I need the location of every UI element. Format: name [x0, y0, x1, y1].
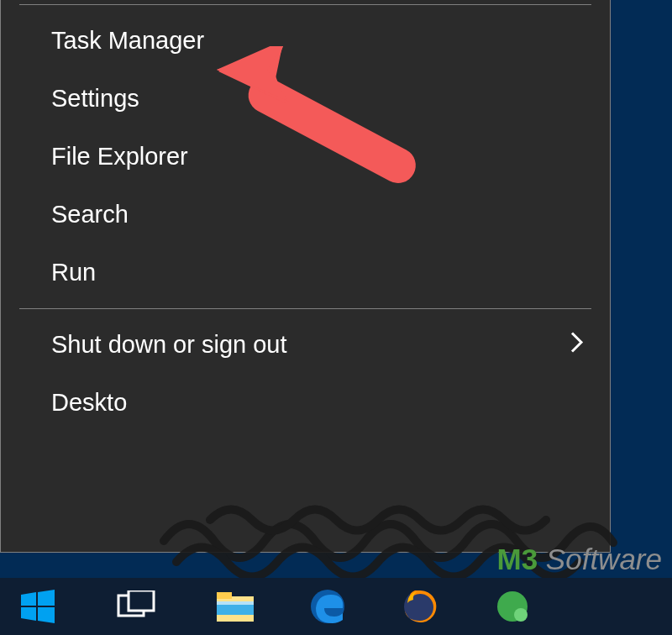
file-explorer-icon [216, 590, 255, 623]
menu-item-label: Run [51, 259, 96, 286]
svg-rect-9 [129, 590, 154, 611]
task-view-button[interactable] [102, 578, 170, 635]
menu-item-task-manager[interactable]: Task Manager [1, 12, 610, 70]
svg-marker-5 [38, 590, 55, 606]
start-button[interactable] [0, 578, 76, 635]
watermark-brand-software: Software [538, 543, 662, 575]
firefox-icon [402, 588, 438, 625]
menu-item-file-explorer[interactable]: File Explorer [1, 128, 610, 186]
watermark-brand-m: M [497, 543, 522, 575]
menu-item-settings[interactable]: Settings [1, 70, 610, 128]
menu-item-label: Search [51, 201, 129, 228]
menu-item-shutdown-signout[interactable]: Shut down or sign out [1, 316, 610, 374]
menu-item-search[interactable]: Search [1, 186, 610, 244]
chevron-right-icon [570, 330, 585, 359]
menu-item-label: File Explorer [51, 143, 188, 170]
taskbar [0, 578, 672, 635]
winx-context-menu: Task Manager Settings File Explorer Sear… [0, 0, 611, 553]
menu-item-desktop[interactable]: Deskto [1, 374, 610, 432]
edge-icon [309, 588, 346, 625]
menu-separator [19, 308, 591, 309]
menu-item-label: Shut down or sign out [51, 331, 287, 358]
watermark-brand-3: 3 [522, 543, 538, 575]
svg-rect-12 [217, 605, 254, 615]
taskbar-file-explorer[interactable] [202, 578, 269, 635]
windows-logo-icon [21, 590, 55, 623]
taskbar-unknown[interactable] [479, 578, 546, 635]
svg-marker-4 [21, 592, 36, 606]
unknown-app-icon [494, 588, 531, 625]
svg-rect-11 [217, 592, 232, 599]
svg-marker-6 [21, 607, 36, 621]
svg-point-17 [514, 608, 528, 622]
watermark-logo: M3 Software [497, 543, 662, 576]
menu-item-label: Settings [51, 85, 139, 112]
svg-marker-7 [38, 607, 55, 623]
taskbar-firefox[interactable] [386, 578, 454, 635]
menu-separator [19, 4, 591, 5]
menu-item-label: Deskto [51, 389, 127, 416]
task-view-icon [117, 590, 155, 622]
svg-rect-13 [217, 601, 254, 605]
taskbar-edge[interactable] [294, 578, 361, 635]
menu-item-run[interactable]: Run [1, 244, 610, 302]
menu-item-label: Task Manager [51, 27, 204, 54]
